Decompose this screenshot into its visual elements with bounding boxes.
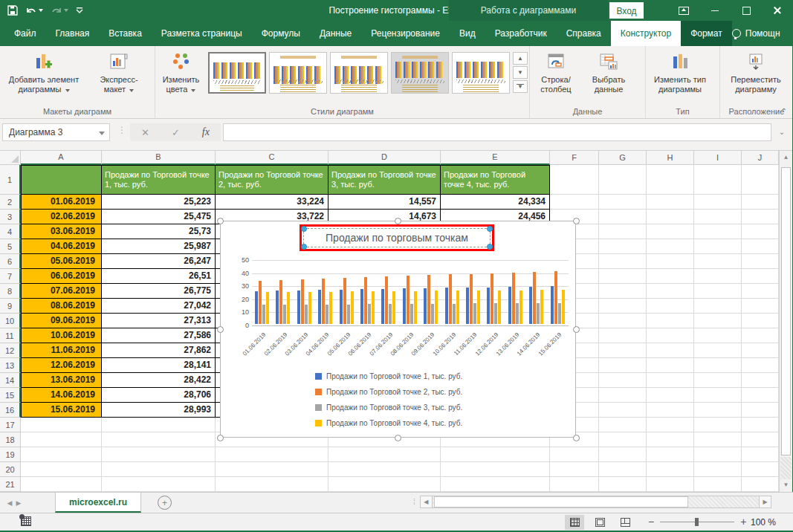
cell-J8[interactable] [742,284,779,299]
chart-bar-series3[interactable] [283,305,286,324]
cell-B13[interactable]: 28,141 [102,358,216,373]
cell-I6[interactable] [694,254,742,269]
cell-I9[interactable] [694,299,742,314]
cell-B9[interactable]: 27,042 [102,299,216,314]
cell-G4[interactable] [599,224,647,239]
chart-resize-handle[interactable] [573,326,580,333]
cell-A7[interactable]: 06.06.2019 [21,269,102,284]
chart-bar-series4[interactable] [456,291,459,324]
cell-I13[interactable] [694,358,742,373]
cell-H21[interactable] [647,477,694,492]
maximize-icon[interactable] [731,0,762,21]
cell-J11[interactable] [742,328,779,343]
chart-title[interactable]: Продажи по торговым точкам [326,232,468,244]
column-header-H[interactable]: H [647,151,694,165]
column-header-E[interactable]: E [441,151,550,165]
cell-A8[interactable]: 07.06.2019 [21,284,102,299]
chart-resize-handle[interactable] [217,435,224,441]
cell-G8[interactable] [599,284,647,299]
change-colors-button[interactable]: Изменить цвета [155,49,207,110]
column-header-I[interactable]: I [694,151,742,165]
cell-B19[interactable] [102,447,216,462]
cell-I12[interactable] [694,343,742,358]
cell-A15[interactable]: 14.06.2019 [21,388,102,403]
cell-H3[interactable] [647,210,694,224]
cell-J5[interactable] [742,239,779,254]
insert-function-icon[interactable]: fx [202,126,210,138]
chart-bar-series3[interactable] [262,305,265,324]
cell-I18[interactable] [694,432,742,447]
row-header-3[interactable]: 3 [0,210,21,224]
y-axis-label[interactable]: 0 [233,322,249,329]
cell-B8[interactable]: 26,775 [102,284,216,299]
chart-resize-handle[interactable] [573,435,580,441]
chart-bar-series3[interactable] [431,304,434,324]
cell-C20[interactable] [216,462,328,477]
cell-J1[interactable] [742,165,779,195]
cell-I7[interactable] [694,269,742,284]
cancel-icon[interactable]: ✕ [141,127,149,138]
row-header-14[interactable]: 14 [0,373,21,388]
chart-resize-handle[interactable] [217,218,224,224]
cell-I11[interactable] [694,328,742,343]
cell-I10[interactable] [694,314,742,328]
row-header-2[interactable]: 2 [0,195,21,210]
cell-J13[interactable] [742,358,779,373]
cell-H9[interactable] [647,299,694,314]
cell-A9[interactable]: 08.06.2019 [21,299,102,314]
chart-bar-series1[interactable] [424,288,427,324]
chart-bar-series1[interactable] [445,288,448,324]
row-header-19[interactable]: 19 [0,447,21,462]
move-chart-button[interactable]: Переместить диаграмму [720,49,792,110]
minimize-icon[interactable] [699,0,731,21]
chart-bar-series4[interactable] [414,291,417,324]
row-header-6[interactable]: 6 [0,254,21,269]
name-box[interactable]: Диаграмма 3 [2,123,110,141]
change-chart-type-button[interactable]: Изменить тип диаграммы [646,49,714,110]
legend-item[interactable]: Продажи по Торговой точке 3, тыс. руб. [315,403,462,412]
cell-H7[interactable] [647,269,694,284]
cell-A3[interactable]: 02.06.2019 [21,210,102,224]
chart-bar-series2[interactable] [491,273,493,324]
column-header-B[interactable]: B [102,151,216,165]
chart-bar-series4[interactable] [477,291,480,324]
cell-A20[interactable] [21,462,102,477]
horizontal-scrollbar[interactable]: ⁞ ◀ ▶ [413,495,771,509]
cell-I14[interactable] [694,373,742,388]
cell-J17[interactable] [742,418,779,432]
cell-A21[interactable] [21,477,102,492]
cell-B18[interactable] [102,432,216,447]
cell-G7[interactable] [599,269,647,284]
chart-bar-series3[interactable] [516,303,519,324]
chart-style-thumbnail[interactable] [391,52,449,94]
cell-B21[interactable] [102,477,216,492]
chart-bar-series2[interactable] [533,272,536,324]
cell-J18[interactable] [742,432,779,447]
cell-H13[interactable] [647,358,694,373]
chart-bar-series4[interactable] [308,292,311,324]
cell-G11[interactable] [599,328,647,343]
row-header-10[interactable]: 10 [0,314,21,328]
chart-bar-series3[interactable] [305,305,308,324]
tab-design[interactable]: Конструктор [611,21,681,46]
tab-home[interactable]: Главная [46,21,100,46]
chart-bar-series1[interactable] [276,291,279,324]
chart-bar-series1[interactable] [487,288,490,324]
row-header-9[interactable]: 9 [0,299,21,314]
cell-A19[interactable] [21,447,102,462]
cell-D21[interactable] [328,477,441,492]
cell-I21[interactable] [694,477,742,492]
cell-A13[interactable]: 12.06.2019 [21,358,102,373]
column-header-C[interactable]: C [216,151,328,165]
chart-bar-series2[interactable] [279,280,282,324]
tab-data[interactable]: Данные [310,21,361,46]
chart-bar-series1[interactable] [508,287,511,324]
close-icon[interactable] [762,0,793,21]
chart-bar-series1[interactable] [318,290,321,324]
cell-I2[interactable] [694,195,742,210]
cell-H19[interactable] [647,447,694,462]
chart-bar-series2[interactable] [407,276,410,324]
chart-bar-series3[interactable] [368,304,371,324]
chart-bar-series3[interactable] [453,304,456,324]
row-header-11[interactable]: 11 [0,328,21,343]
